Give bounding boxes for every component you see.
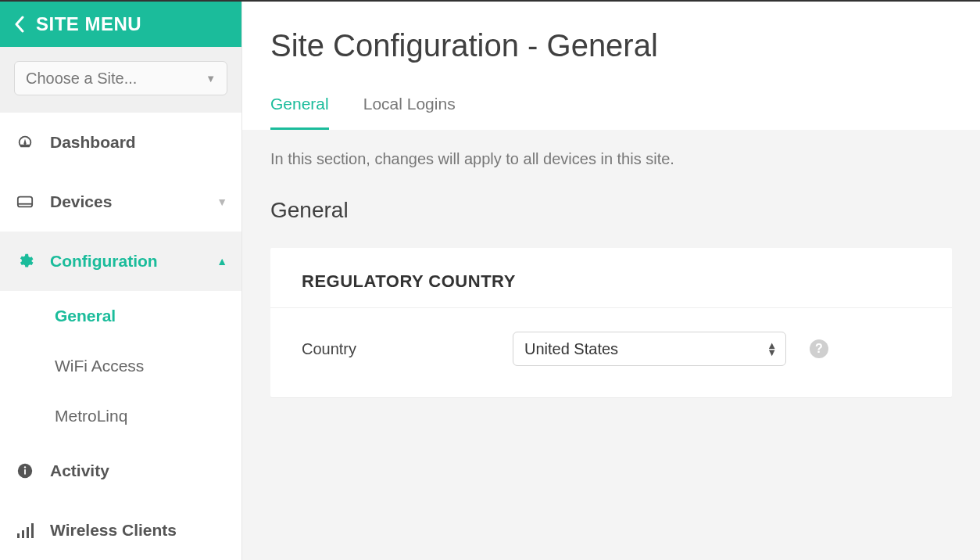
svg-rect-0 [18,197,32,207]
tabs: General Local Logins [270,95,952,130]
card-title-row: REGULATORY COUNTRY [270,248,952,307]
section-heading: General [270,198,952,223]
devices-icon [14,195,36,209]
svg-rect-8 [31,523,34,538]
sidebar-item-label: Activity [50,461,227,480]
site-selector[interactable]: Choose a Site... ▼ [14,61,227,95]
submenu-item-label: MetroLinq [55,407,127,425]
submenu-item-label: WiFi Access [55,357,144,375]
svg-rect-6 [22,530,24,538]
chevron-down-icon: ▼ [216,196,227,208]
dashboard-icon [14,134,36,151]
tab-general[interactable]: General [270,95,329,130]
bars-icon [14,522,36,538]
country-select-wrap: United States ▲▼ [513,332,786,366]
regulatory-country-card: REGULATORY COUNTRY Country United States… [270,248,952,397]
country-select[interactable]: United States [513,332,786,366]
sidebar-title: SITE MENU [36,13,141,35]
gear-icon [14,253,36,270]
site-selector-wrap: Choose a Site... ▼ [0,47,241,113]
card-title: REGULATORY COUNTRY [302,271,921,292]
svg-rect-3 [24,469,26,474]
sidebar-item-wireless-clients[interactable]: Wireless Clients [0,501,241,560]
site-selector-label: Choose a Site... [26,70,137,88]
chevron-up-icon: ▲ [216,255,227,267]
chevron-down-icon: ▼ [206,73,216,84]
submenu-item-wifi-access[interactable]: WiFi Access [0,341,241,391]
help-icon[interactable]: ? [810,339,828,358]
sidebar-item-label: Devices [50,192,216,211]
main-header: Site Configuration - General General Loc… [242,2,980,130]
section-description: In this section, changes will apply to a… [270,150,952,168]
sidebar-item-label: Configuration [50,252,216,271]
sidebar-item-dashboard[interactable]: Dashboard [0,113,241,172]
sidebar-item-label: Dashboard [50,133,227,152]
sidebar-item-devices[interactable]: Devices ▼ [0,172,241,232]
svg-point-4 [24,466,26,468]
tab-local-logins[interactable]: Local Logins [363,95,456,130]
card-body: Country United States ▲▼ ? [270,307,952,397]
configuration-submenu: General WiFi Access MetroLinq [0,291,241,441]
main-content: Site Configuration - General General Loc… [242,2,980,560]
sidebar-item-configuration[interactable]: Configuration ▲ [0,232,241,291]
sidebar-menu: Dashboard Devices ▼ Configuration ▲ Gene… [0,113,241,560]
back-chevron-icon [14,16,25,33]
content: In this section, changes will apply to a… [242,130,980,425]
submenu-item-label: General [55,307,116,325]
submenu-item-general[interactable]: General [0,291,241,341]
country-select-value: United States [524,340,618,358]
sidebar-item-activity[interactable]: Activity [0,441,241,501]
svg-rect-7 [27,527,29,538]
submenu-item-metrolinq[interactable]: MetroLinq [0,391,241,441]
page-title: Site Configuration - General [270,28,952,63]
info-icon [14,462,36,479]
sidebar-header[interactable]: SITE MENU [0,2,241,47]
tab-label: General [270,95,329,113]
sidebar: SITE MENU Choose a Site... ▼ Dashboard D… [0,2,242,560]
sidebar-item-label: Wireless Clients [50,521,227,540]
tab-label: Local Logins [363,95,456,113]
svg-rect-5 [17,533,20,538]
country-field-label: Country [302,340,489,358]
